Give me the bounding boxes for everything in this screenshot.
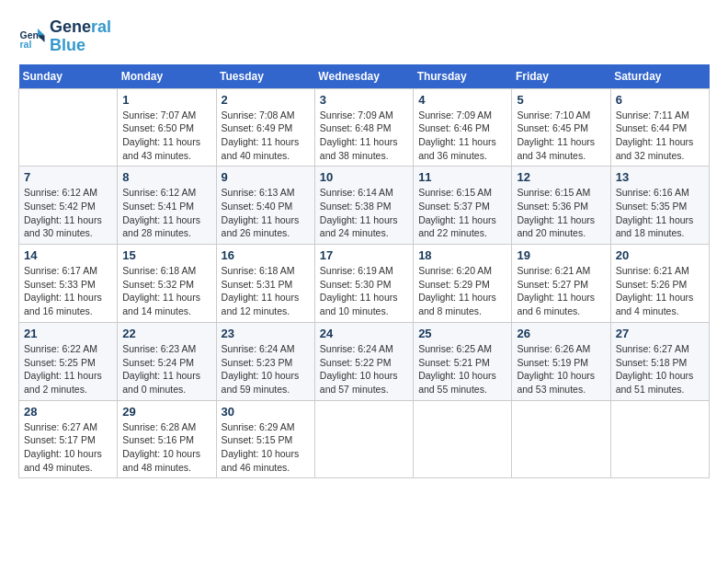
calendar-cell: 25Sunrise: 6:25 AM Sunset: 5:21 PM Dayli… [414,322,512,400]
day-number: 17 [320,248,408,262]
day-info: Sunrise: 6:21 AM Sunset: 5:26 PM Dayligh… [616,264,704,318]
day-number: 22 [122,327,210,340]
calendar-cell: 13Sunrise: 6:16 AM Sunset: 5:35 PM Dayli… [610,167,709,245]
day-info: Sunrise: 6:25 AM Sunset: 5:21 PM Dayligh… [418,342,506,396]
day-number: 13 [616,170,704,184]
day-number: 4 [418,93,506,107]
calendar-cell: 24Sunrise: 6:24 AM Sunset: 5:22 PM Dayli… [314,322,413,400]
day-number: 27 [616,327,704,340]
calendar-cell [314,400,413,478]
calendar-cell [19,88,118,167]
day-info: Sunrise: 6:14 AM Sunset: 5:38 PM Dayligh… [320,186,408,240]
day-header-tuesday: Tuesday [216,64,314,89]
day-header-wednesday: Wednesday [314,64,413,89]
day-number: 29 [122,405,210,419]
calendar-cell: 21Sunrise: 6:22 AM Sunset: 5:25 PM Dayli… [19,322,118,400]
day-number: 26 [517,327,605,340]
day-number: 15 [122,248,210,262]
day-info: Sunrise: 7:09 AM Sunset: 6:46 PM Dayligh… [418,109,506,163]
logo: Gene ral General Blue [18,18,111,55]
day-info: Sunrise: 7:10 AM Sunset: 6:45 PM Dayligh… [517,109,605,163]
day-info: Sunrise: 6:20 AM Sunset: 5:29 PM Dayligh… [418,264,506,318]
calendar-cell: 23Sunrise: 6:24 AM Sunset: 5:23 PM Dayli… [216,322,314,400]
day-info: Sunrise: 6:19 AM Sunset: 5:30 PM Dayligh… [320,264,408,318]
day-info: Sunrise: 6:24 AM Sunset: 5:23 PM Dayligh… [222,342,310,396]
calendar-cell: 10Sunrise: 6:14 AM Sunset: 5:38 PM Dayli… [314,167,413,245]
calendar-cell: 29Sunrise: 6:28 AM Sunset: 5:16 PM Dayli… [118,400,216,478]
calendar-cell [414,400,512,478]
day-number: 21 [24,327,112,340]
calendar-cell: 22Sunrise: 6:23 AM Sunset: 5:24 PM Dayli… [118,322,216,400]
day-number: 9 [222,170,310,184]
calendar-cell: 15Sunrise: 6:18 AM Sunset: 5:32 PM Dayli… [118,245,216,323]
day-info: Sunrise: 6:12 AM Sunset: 5:41 PM Dayligh… [122,186,210,240]
day-number: 2 [222,93,310,107]
day-number: 6 [616,93,704,107]
day-info: Sunrise: 7:08 AM Sunset: 6:49 PM Dayligh… [222,109,310,163]
calendar-cell: 4Sunrise: 7:09 AM Sunset: 6:46 PM Daylig… [414,88,512,167]
day-number: 28 [24,405,112,419]
calendar-cell: 30Sunrise: 6:29 AM Sunset: 5:15 PM Dayli… [216,400,314,478]
logo-icon: Gene ral [18,23,46,51]
calendar-cell: 16Sunrise: 6:18 AM Sunset: 5:31 PM Dayli… [216,245,314,323]
day-header-monday: Monday [118,64,216,89]
day-header-saturday: Saturday [610,64,709,89]
calendar-cell: 2Sunrise: 7:08 AM Sunset: 6:49 PM Daylig… [216,88,314,167]
day-header-friday: Friday [512,64,610,89]
day-number: 20 [616,248,704,262]
day-info: Sunrise: 7:07 AM Sunset: 6:50 PM Dayligh… [122,109,210,163]
day-number: 14 [24,248,112,262]
day-info: Sunrise: 6:29 AM Sunset: 5:15 PM Dayligh… [222,420,310,475]
day-info: Sunrise: 6:21 AM Sunset: 5:27 PM Dayligh… [517,264,605,318]
day-info: Sunrise: 6:24 AM Sunset: 5:22 PM Dayligh… [320,342,408,396]
calendar-cell: 28Sunrise: 6:27 AM Sunset: 5:17 PM Dayli… [19,400,118,478]
calendar-week-5: 28Sunrise: 6:27 AM Sunset: 5:17 PM Dayli… [19,400,710,478]
day-info: Sunrise: 6:27 AM Sunset: 5:17 PM Dayligh… [24,420,112,475]
day-info: Sunrise: 7:11 AM Sunset: 6:44 PM Dayligh… [616,109,704,163]
day-info: Sunrise: 6:22 AM Sunset: 5:25 PM Dayligh… [24,342,112,396]
day-number: 11 [418,170,506,184]
day-header-sunday: Sunday [19,64,118,89]
day-info: Sunrise: 6:13 AM Sunset: 5:40 PM Dayligh… [222,186,310,240]
calendar-week-3: 14Sunrise: 6:17 AM Sunset: 5:33 PM Dayli… [19,245,710,323]
day-number: 23 [222,327,310,340]
day-number: 16 [222,248,310,262]
day-number: 8 [122,170,210,184]
svg-text:ral: ral [20,39,32,50]
day-info: Sunrise: 6:28 AM Sunset: 5:16 PM Dayligh… [122,420,210,475]
calendar-cell: 12Sunrise: 6:15 AM Sunset: 5:36 PM Dayli… [512,167,610,245]
calendar-week-1: 1Sunrise: 7:07 AM Sunset: 6:50 PM Daylig… [19,88,710,167]
day-number: 12 [517,170,605,184]
calendar-cell [610,400,709,478]
calendar-cell: 19Sunrise: 6:21 AM Sunset: 5:27 PM Dayli… [512,245,610,323]
day-info: Sunrise: 6:16 AM Sunset: 5:35 PM Dayligh… [616,186,704,240]
day-number: 7 [24,170,112,184]
calendar-cell: 6Sunrise: 7:11 AM Sunset: 6:44 PM Daylig… [610,88,709,167]
day-number: 30 [222,405,310,419]
calendar-cell: 18Sunrise: 6:20 AM Sunset: 5:29 PM Dayli… [414,245,512,323]
calendar-cell: 1Sunrise: 7:07 AM Sunset: 6:50 PM Daylig… [118,88,216,167]
page-header: Gene ral General Blue [18,18,710,55]
day-number: 3 [320,93,408,107]
calendar-week-4: 21Sunrise: 6:22 AM Sunset: 5:25 PM Dayli… [19,322,710,400]
calendar-header-row: SundayMondayTuesdayWednesdayThursdayFrid… [19,64,710,89]
calendar-cell: 9Sunrise: 6:13 AM Sunset: 5:40 PM Daylig… [216,167,314,245]
day-number: 18 [418,248,506,262]
day-number: 1 [122,93,210,107]
calendar-cell: 7Sunrise: 6:12 AM Sunset: 5:42 PM Daylig… [19,167,118,245]
calendar-cell: 14Sunrise: 6:17 AM Sunset: 5:33 PM Dayli… [19,245,118,323]
day-number: 10 [320,170,408,184]
calendar-cell: 17Sunrise: 6:19 AM Sunset: 5:30 PM Dayli… [314,245,413,323]
day-number: 5 [517,93,605,107]
day-info: Sunrise: 7:09 AM Sunset: 6:48 PM Dayligh… [320,109,408,163]
day-info: Sunrise: 6:26 AM Sunset: 5:19 PM Dayligh… [517,342,605,396]
day-header-thursday: Thursday [414,64,512,89]
day-info: Sunrise: 6:23 AM Sunset: 5:24 PM Dayligh… [122,342,210,396]
day-number: 24 [320,327,408,340]
calendar-cell [512,400,610,478]
calendar-cell: 11Sunrise: 6:15 AM Sunset: 5:37 PM Dayli… [414,167,512,245]
day-info: Sunrise: 6:27 AM Sunset: 5:18 PM Dayligh… [616,342,704,396]
day-number: 25 [418,327,506,340]
calendar-cell: 8Sunrise: 6:12 AM Sunset: 5:41 PM Daylig… [118,167,216,245]
calendar-cell: 3Sunrise: 7:09 AM Sunset: 6:48 PM Daylig… [314,88,413,167]
